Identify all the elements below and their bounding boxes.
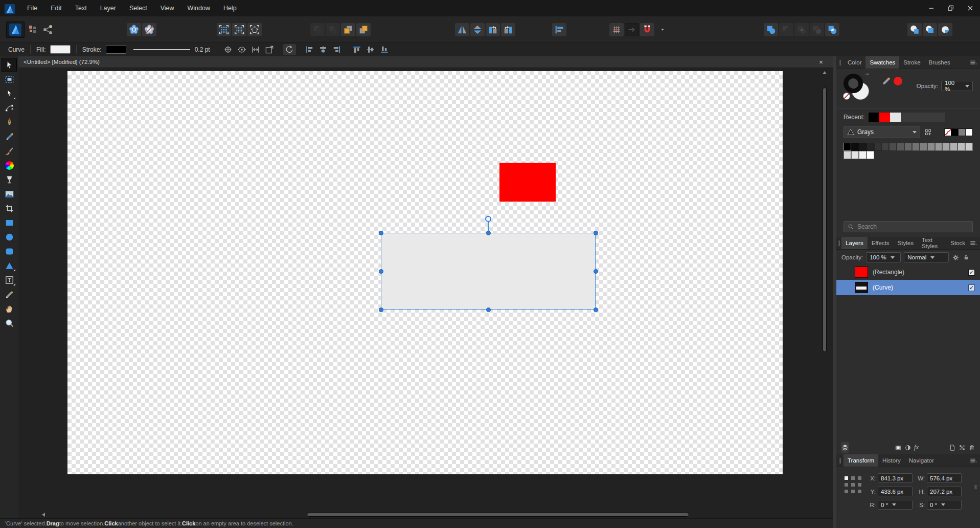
tool-pen[interactable] xyxy=(2,115,17,129)
menu-edit[interactable]: Edit xyxy=(44,0,69,16)
rotate-ccw-icon[interactable] xyxy=(486,23,500,36)
recent-swatch[interactable] xyxy=(879,113,890,122)
lock-layer-icon[interactable] xyxy=(963,254,970,261)
tool-rounded-rectangle[interactable] xyxy=(2,244,17,258)
boolean-xor-icon[interactable] xyxy=(825,23,839,36)
tool-transparency[interactable] xyxy=(2,172,17,187)
selection-handle[interactable] xyxy=(379,307,383,312)
stroke-well[interactable] xyxy=(844,74,863,93)
recent-swatch[interactable] xyxy=(869,113,879,122)
align-top-icon[interactable] xyxy=(351,44,363,55)
align-center-h-icon[interactable] xyxy=(317,44,330,55)
tool-triangle[interactable] xyxy=(2,258,17,273)
export-persona-icon[interactable] xyxy=(41,23,55,36)
color-picker-icon[interactable] xyxy=(881,76,892,86)
no-color-well[interactable] xyxy=(843,93,850,100)
menu-layer[interactable]: Layer xyxy=(94,0,123,16)
gray-swatch[interactable] xyxy=(851,143,859,151)
boolean-subtract-icon[interactable] xyxy=(779,23,793,36)
tool-frame-text[interactable]: T xyxy=(2,273,17,287)
insert-on-top-icon[interactable] xyxy=(938,23,952,36)
boolean-intersect-icon[interactable] xyxy=(794,23,809,36)
layer-visibility-checkbox[interactable]: ✓ xyxy=(968,269,975,276)
panel-grip[interactable] xyxy=(836,454,844,467)
quick-swatch[interactable] xyxy=(966,128,973,136)
tool-pencil[interactable] xyxy=(2,129,17,144)
document-page[interactable] xyxy=(67,71,783,474)
tool-rectangle[interactable] xyxy=(2,215,17,230)
gray-swatch[interactable] xyxy=(867,143,874,151)
anchor-point[interactable] xyxy=(845,476,848,480)
anchor-point[interactable] xyxy=(858,490,861,493)
transform-tab-history[interactable]: History xyxy=(878,454,905,467)
designer-persona-icon[interactable] xyxy=(6,21,25,38)
blend-mode-dropdown[interactable]: Normal xyxy=(904,252,949,262)
gray-swatch[interactable] xyxy=(935,143,943,151)
anchor-point[interactable] xyxy=(858,476,861,480)
swatches-tab-stroke[interactable]: Stroke xyxy=(899,56,924,69)
tool-move[interactable] xyxy=(2,58,17,72)
rotation-handle[interactable] xyxy=(485,216,491,222)
panel-menu-icon[interactable] xyxy=(969,56,980,69)
transform-separately-icon[interactable] xyxy=(263,44,276,55)
gray-swatch[interactable] xyxy=(859,151,867,159)
selection-handle[interactable] xyxy=(486,307,491,312)
gray-swatch[interactable] xyxy=(844,143,851,151)
selection-handle[interactable] xyxy=(594,307,598,312)
align-middle-v-icon[interactable] xyxy=(364,44,377,55)
gray-swatch[interactable] xyxy=(927,143,935,151)
anchor-point[interactable] xyxy=(851,490,855,493)
layers-tab-stock[interactable]: Stock xyxy=(946,237,969,249)
tool-vector-crop[interactable] xyxy=(2,201,17,215)
hide-selection-icon[interactable] xyxy=(236,44,248,55)
close-button[interactable] xyxy=(961,0,980,16)
move-whole-pixels-icon[interactable] xyxy=(625,23,639,36)
horizontal-scroll-thumb[interactable] xyxy=(307,513,689,517)
restore-button[interactable] xyxy=(941,0,961,16)
anchor-point[interactable] xyxy=(845,483,848,487)
menu-file[interactable]: File xyxy=(20,0,44,16)
boolean-add-icon[interactable] xyxy=(764,23,778,36)
snapping-grid-icon[interactable] xyxy=(609,23,624,36)
scroll-up-icon[interactable] xyxy=(823,71,827,74)
tool-zoom[interactable] xyxy=(2,316,17,330)
menu-select[interactable]: Select xyxy=(123,0,154,16)
gray-swatch[interactable] xyxy=(912,143,920,151)
swatch-search-input[interactable]: Search xyxy=(844,221,973,232)
layer-row[interactable]: (Curve)✓ xyxy=(836,280,980,295)
rectangle-object[interactable] xyxy=(499,163,556,202)
vertical-scrollbar[interactable] xyxy=(822,70,827,507)
selection-handle[interactable] xyxy=(379,231,383,235)
tool-colour-picker[interactable] xyxy=(2,287,17,301)
gray-swatch[interactable] xyxy=(897,143,904,151)
gray-swatch[interactable] xyxy=(942,143,950,151)
move-backward-icon[interactable] xyxy=(326,23,340,36)
stroke-swatch[interactable] xyxy=(106,45,126,54)
canvas-area[interactable] xyxy=(18,68,833,518)
palette-dropdown[interactable]: Grays xyxy=(844,126,920,138)
swap-colors-icon[interactable] xyxy=(864,73,872,79)
tool-place-image[interactable] xyxy=(2,187,17,201)
close-document-icon[interactable]: × xyxy=(817,58,825,66)
gray-swatch[interactable] xyxy=(874,143,882,151)
layers-tab-layers[interactable]: Layers xyxy=(841,237,868,249)
anchor-point-selector[interactable] xyxy=(845,476,861,510)
menu-view[interactable]: View xyxy=(154,0,181,16)
scroll-left-icon[interactable] xyxy=(42,513,45,517)
add-layer-icon[interactable] xyxy=(949,442,956,453)
layer-visibility-checkbox[interactable]: ✓ xyxy=(968,284,975,291)
gray-swatch[interactable] xyxy=(867,151,874,159)
selection-handle[interactable] xyxy=(379,269,383,274)
tool-view[interactable] xyxy=(2,301,17,316)
s-dropdown[interactable]: 0 ° xyxy=(927,500,962,510)
pattern-icon[interactable] xyxy=(959,442,966,453)
gray-swatch[interactable] xyxy=(958,143,965,151)
layer-opacity-dropdown[interactable]: 100 % xyxy=(866,252,901,262)
opacity-dropdown[interactable]: 100 % xyxy=(941,81,973,91)
swatches-tab-color[interactable]: Color xyxy=(844,56,865,69)
edit-all-layers-icon[interactable] xyxy=(127,23,141,36)
stroke-width-slider[interactable] xyxy=(133,49,190,50)
gray-swatch[interactable] xyxy=(881,143,889,151)
rotate-cw-icon[interactable] xyxy=(501,23,515,36)
align-right-icon[interactable] xyxy=(331,44,344,55)
